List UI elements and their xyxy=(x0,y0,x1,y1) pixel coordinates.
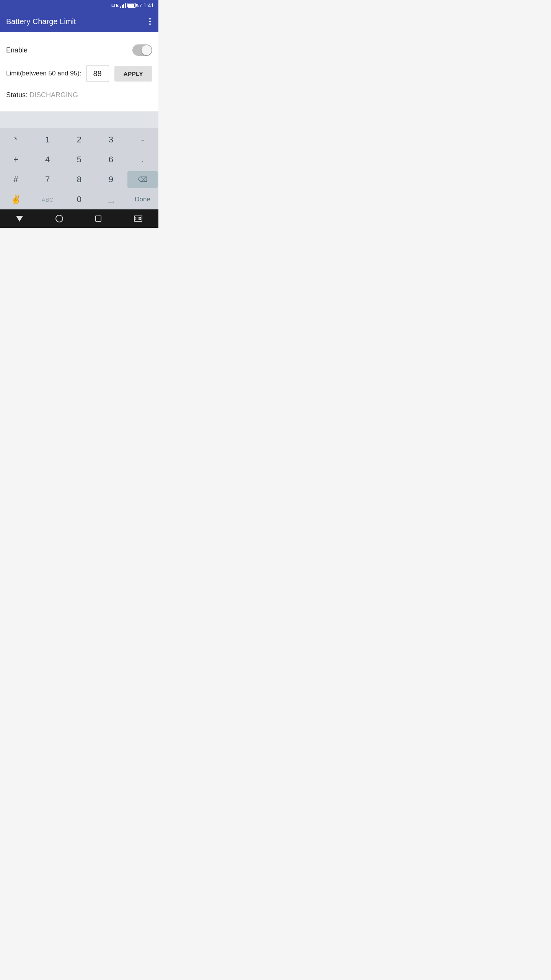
key-5[interactable]: 5 xyxy=(64,151,95,168)
keyboard-row-3: # 7 8 9 ⌫ xyxy=(0,170,158,189)
keyboard-row-1: * 1 2 3 - xyxy=(0,130,158,150)
limit-row: Limit(between 50 and 95): APPLY xyxy=(6,60,152,87)
key-abc[interactable]: ABC xyxy=(33,191,63,208)
key-0[interactable]: 0 xyxy=(64,191,95,208)
status-value: DISCHARGING xyxy=(29,91,78,99)
limit-input[interactable] xyxy=(86,65,109,82)
battery-icon xyxy=(127,3,136,8)
key-9[interactable]: 9 xyxy=(96,171,126,188)
status-row: Status: DISCHARGING xyxy=(6,87,152,104)
battery-percent: 87 xyxy=(137,3,142,8)
apply-button[interactable]: APPLY xyxy=(114,66,152,82)
keyboard: * 1 2 3 - + 4 5 6 . # 7 8 9 ⌫ ✌ ABC 0 ⎵ … xyxy=(0,128,158,209)
keyboard-switch-button[interactable] xyxy=(126,212,150,225)
key-4[interactable]: 4 xyxy=(33,151,63,168)
app-title: Battery Charge Limit xyxy=(6,17,76,26)
key-period[interactable]: . xyxy=(127,151,158,168)
key-done[interactable]: Done xyxy=(127,191,158,208)
overflow-dot-3 xyxy=(149,23,151,25)
key-2[interactable]: 2 xyxy=(64,131,95,148)
overflow-menu-button[interactable] xyxy=(148,16,152,26)
main-content: Enable Limit(between 50 and 95): APPLY S… xyxy=(0,32,158,111)
keyboard-row-2: + 4 5 6 . xyxy=(0,150,158,170)
status-bar: LTE 87 1:41 xyxy=(0,0,158,11)
key-1[interactable]: 1 xyxy=(33,131,63,148)
home-button[interactable] xyxy=(48,212,71,225)
signal-bars xyxy=(120,3,126,8)
overflow-dot-2 xyxy=(149,21,151,22)
key-6[interactable]: 6 xyxy=(96,151,126,168)
key-7[interactable]: 7 xyxy=(33,171,63,188)
limit-label: Limit(between 50 and 95): xyxy=(6,70,82,77)
key-space[interactable]: ⎵ xyxy=(96,191,126,208)
signal-bar-4 xyxy=(125,3,126,8)
keyboard-spacer xyxy=(0,111,158,128)
signal-bar-2 xyxy=(122,5,123,8)
signal-bar-3 xyxy=(123,4,124,8)
keyboard-row-4: ✌ ABC 0 ⎵ Done xyxy=(0,189,158,209)
status-label: Status: xyxy=(6,91,28,99)
enable-row: Enable xyxy=(6,40,152,60)
app-bar: Battery Charge Limit xyxy=(0,11,158,32)
recents-icon xyxy=(95,216,101,222)
key-hash[interactable]: # xyxy=(1,171,31,188)
back-icon xyxy=(16,216,23,222)
enable-label: Enable xyxy=(6,46,28,54)
key-minus[interactable]: - xyxy=(127,131,158,148)
key-3[interactable]: 3 xyxy=(96,131,126,148)
key-backspace[interactable]: ⌫ xyxy=(127,171,158,188)
nav-bar xyxy=(0,209,158,228)
backspace-icon: ⌫ xyxy=(138,175,147,184)
time-display: 1:41 xyxy=(143,2,154,8)
back-button[interactable] xyxy=(8,213,31,225)
recents-button[interactable] xyxy=(88,212,109,225)
status-icons: LTE 87 1:41 xyxy=(111,2,154,8)
keyboard-switch-icon xyxy=(134,216,142,222)
signal-bar-1 xyxy=(120,7,121,8)
battery-fill xyxy=(128,4,134,7)
key-plus[interactable]: + xyxy=(1,151,31,168)
key-8[interactable]: 8 xyxy=(64,171,95,188)
toggle-thumb xyxy=(142,45,152,55)
key-swype[interactable]: ✌ xyxy=(1,191,31,208)
lte-icon: LTE xyxy=(111,3,118,8)
enable-toggle[interactable] xyxy=(132,44,152,56)
home-icon xyxy=(55,215,63,222)
key-asterisk[interactable]: * xyxy=(1,131,31,148)
overflow-dot-1 xyxy=(149,18,151,20)
